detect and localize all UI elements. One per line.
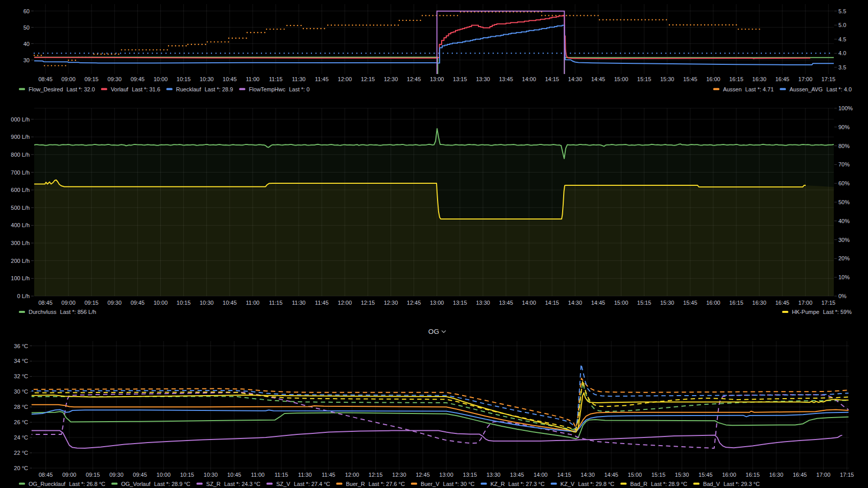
svg-text:15:00: 15:00 xyxy=(628,472,642,478)
svg-text:11:45: 11:45 xyxy=(315,300,329,306)
svg-text:12:45: 12:45 xyxy=(407,300,421,306)
svg-text:13:00: 13:00 xyxy=(430,300,444,306)
svg-text:16:30: 16:30 xyxy=(769,472,784,478)
svg-text:09:00: 09:00 xyxy=(61,76,76,82)
svg-text:26 °C: 26 °C xyxy=(14,419,28,425)
svg-text:14:45: 14:45 xyxy=(591,76,606,82)
svg-text:KZ_V: KZ_V xyxy=(561,481,575,487)
svg-text:11:15: 11:15 xyxy=(269,300,283,306)
svg-text:10:45: 10:45 xyxy=(227,472,242,478)
svg-text:11:15: 11:15 xyxy=(269,76,283,82)
svg-text:11:45: 11:45 xyxy=(322,472,335,478)
svg-text:50%: 50% xyxy=(838,199,850,205)
svg-text:11:30: 11:30 xyxy=(292,76,306,82)
svg-text:11:45: 11:45 xyxy=(315,76,329,82)
svg-text:OG_Vorlauf: OG_Vorlauf xyxy=(121,481,151,487)
svg-text:12:45: 12:45 xyxy=(416,472,430,478)
svg-text:11:30: 11:30 xyxy=(298,472,312,478)
svg-text:17:00: 17:00 xyxy=(799,76,813,82)
svg-text:40%: 40% xyxy=(838,218,850,224)
svg-text:Last *: 28.9: Last *: 28.9 xyxy=(205,86,233,92)
svg-text:SZ_V: SZ_V xyxy=(276,481,291,487)
svg-text:16:45: 16:45 xyxy=(775,76,789,82)
svg-text:14:15: 14:15 xyxy=(545,76,559,82)
svg-text:12:30: 12:30 xyxy=(384,300,398,306)
svg-text:4.0: 4.0 xyxy=(838,50,846,56)
svg-text:5.0: 5.0 xyxy=(838,22,846,28)
svg-text:09:30: 09:30 xyxy=(109,472,124,478)
svg-text:Bad_V: Bad_V xyxy=(703,481,720,487)
svg-text:Aussen: Aussen xyxy=(723,86,742,92)
svg-text:13:15: 13:15 xyxy=(453,300,467,306)
svg-text:10%: 10% xyxy=(838,274,850,280)
svg-text:Last *: 59%: Last *: 59% xyxy=(823,309,852,315)
svg-text:15:00: 15:00 xyxy=(614,76,629,82)
svg-text:15:15: 15:15 xyxy=(652,472,666,478)
svg-text:15:00: 15:00 xyxy=(614,300,629,306)
svg-text:20%: 20% xyxy=(838,255,850,261)
svg-text:10:30: 10:30 xyxy=(200,300,214,306)
svg-text:30%: 30% xyxy=(838,237,850,243)
svg-text:14:45: 14:45 xyxy=(591,300,606,306)
svg-text:17:15: 17:15 xyxy=(822,76,836,82)
svg-text:13:00: 13:00 xyxy=(430,76,444,82)
svg-text:Vorlauf: Vorlauf xyxy=(111,86,129,92)
svg-text:30 °C: 30 °C xyxy=(14,388,28,395)
svg-text:11:00: 11:00 xyxy=(246,300,260,306)
svg-text:50: 50 xyxy=(23,25,30,31)
svg-text:13:45: 13:45 xyxy=(510,472,524,478)
svg-text:40: 40 xyxy=(23,41,30,47)
svg-text:5.5: 5.5 xyxy=(838,8,846,14)
svg-text:10:15: 10:15 xyxy=(177,76,191,82)
svg-text:12:00: 12:00 xyxy=(345,472,359,478)
svg-text:Last *: 24.3 °C: Last *: 24.3 °C xyxy=(224,481,260,487)
svg-text:14:30: 14:30 xyxy=(581,472,595,478)
svg-text:16:15: 16:15 xyxy=(745,472,760,478)
svg-text:16:00: 16:00 xyxy=(706,300,720,306)
svg-text:Last *: 29.3 °C: Last *: 29.3 °C xyxy=(724,481,760,487)
svg-text:16:30: 16:30 xyxy=(752,76,766,82)
svg-text:16:45: 16:45 xyxy=(775,300,789,306)
svg-text:SZ_R: SZ_R xyxy=(206,481,221,487)
svg-text:Last *: 28.9 °C: Last *: 28.9 °C xyxy=(154,481,190,487)
svg-text:Last *: 0: Last *: 0 xyxy=(289,86,309,92)
svg-text:20 °C: 20 °C xyxy=(14,465,28,471)
svg-text:15:30: 15:30 xyxy=(660,300,674,306)
svg-text:Last *: 28.9 °C: Last *: 28.9 °C xyxy=(651,481,687,487)
svg-text:17:00: 17:00 xyxy=(799,300,813,306)
svg-text:10:30: 10:30 xyxy=(204,472,218,478)
svg-text:12:15: 12:15 xyxy=(361,300,375,306)
svg-text:200 L/h: 200 L/h xyxy=(11,258,30,264)
svg-text:Last *: 4.0: Last *: 4.0 xyxy=(827,86,852,92)
svg-text:14:30: 14:30 xyxy=(568,76,583,82)
svg-text:12:30: 12:30 xyxy=(392,472,406,478)
svg-text:11:00: 11:00 xyxy=(251,472,265,478)
svg-text:14:00: 14:00 xyxy=(522,76,536,82)
svg-text:60: 60 xyxy=(23,8,30,14)
svg-text:15:15: 15:15 xyxy=(637,76,652,82)
svg-text:13:30: 13:30 xyxy=(476,76,490,82)
svg-text:80%: 80% xyxy=(838,143,850,149)
svg-text:17:15: 17:15 xyxy=(822,300,836,306)
svg-text:70%: 70% xyxy=(838,161,850,167)
svg-text:09:15: 09:15 xyxy=(86,472,100,478)
svg-text:Last *: 4.71: Last *: 4.71 xyxy=(745,86,774,92)
svg-text:Last *: 26.8 °C: Last *: 26.8 °C xyxy=(69,481,105,487)
svg-text:14:15: 14:15 xyxy=(545,300,559,306)
svg-text:Last *: 27.3 °C: Last *: 27.3 °C xyxy=(509,481,545,487)
svg-text:16:15: 16:15 xyxy=(729,76,743,82)
svg-text:13:30: 13:30 xyxy=(476,300,490,306)
svg-text:14:45: 14:45 xyxy=(604,472,618,478)
svg-text:09:30: 09:30 xyxy=(108,76,122,82)
svg-text:12:00: 12:00 xyxy=(338,300,352,306)
svg-text:16:00: 16:00 xyxy=(706,76,720,82)
svg-text:400 L/h: 400 L/h xyxy=(11,222,30,228)
svg-text:000 L/h: 000 L/h xyxy=(11,116,30,123)
svg-text:10:45: 10:45 xyxy=(223,300,237,306)
svg-text:15:15: 15:15 xyxy=(637,300,652,306)
svg-text:100%: 100% xyxy=(838,105,853,111)
svg-text:12:15: 12:15 xyxy=(369,472,383,478)
svg-text:11:15: 11:15 xyxy=(275,472,288,478)
svg-text:Last *: 856 L/h: Last *: 856 L/h xyxy=(60,309,96,315)
svg-text:32 °C: 32 °C xyxy=(14,373,28,379)
